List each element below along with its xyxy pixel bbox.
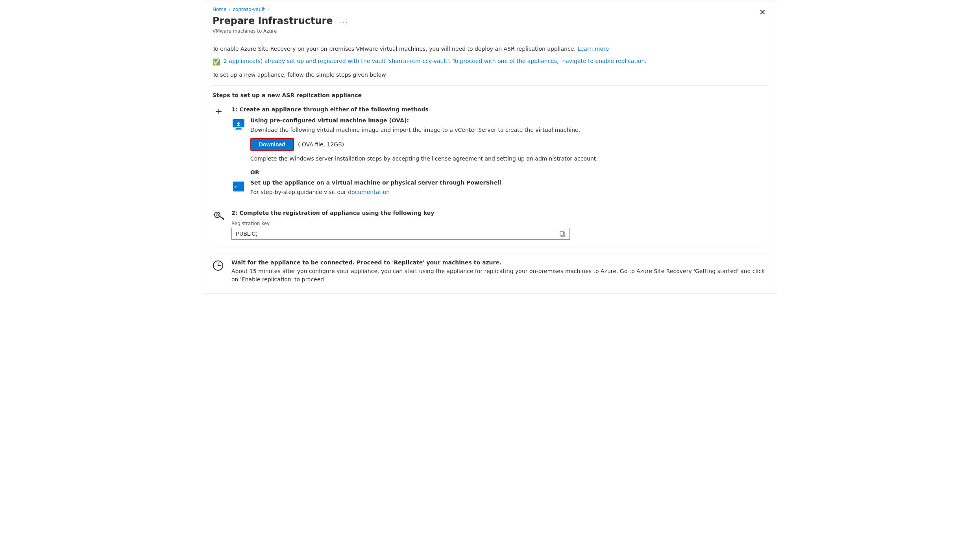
panel-subtitle: VMware machines to Azure [213, 28, 767, 34]
ova-method-desc: Download the following virtual machine i… [250, 126, 767, 134]
step2-content: 2: Complete the registration of applianc… [231, 210, 767, 240]
breadcrumb: Home › contoso-vault › [213, 7, 767, 12]
success-text: 2 appliance(s) already set up and regist… [224, 57, 647, 65]
key-icon [213, 211, 224, 222]
copy-button[interactable] [555, 228, 570, 239]
check-icon: ✅ [213, 57, 220, 67]
svg-point-7 [214, 212, 220, 218]
powershell-method-title: Set up the appliance on a virtual machin… [250, 179, 767, 186]
copy-icon [559, 231, 566, 237]
panel-body: To enable Azure Site Recovery on your on… [203, 39, 777, 293]
breadcrumb-vault[interactable]: contoso-vault [233, 7, 265, 12]
svg-line-10 [222, 218, 223, 218]
svg-rect-1 [236, 128, 241, 129]
wait-row: Wait for the appliance to be connected. … [213, 253, 767, 284]
wait-title: Wait for the appliance to be connected. … [231, 259, 767, 266]
ova-icon [231, 117, 246, 131]
or-label: OR [250, 169, 767, 175]
setup-line: To set up a new appliance, follow the si… [213, 71, 767, 79]
appliance-count-link[interactable]: 2 appliance(s) already set up and regist… [224, 58, 558, 64]
wait-content: Wait for the appliance to be connected. … [231, 259, 767, 284]
divider-2 [213, 246, 767, 246]
ova-method-title: Using pre-configured virtual machine ima… [250, 117, 767, 124]
powershell-method-desc: For step-by-step guidance visit our docu… [250, 188, 767, 196]
svg-rect-2 [235, 129, 242, 129]
svg-rect-13 [560, 231, 564, 235]
step1-row: + 1: Create an appliance through either … [213, 106, 767, 207]
powershell-icon: >_ [231, 179, 246, 194]
prepare-infrastructure-panel: Home › contoso-vault › Prepare Infrastru… [203, 0, 777, 294]
download-button[interactable]: Download [250, 138, 294, 151]
wait-icon [213, 260, 225, 272]
breadcrumb-sep2: › [267, 7, 269, 12]
success-row: ✅ 2 appliance(s) already set up and regi… [213, 57, 767, 67]
reg-input-row [231, 228, 570, 240]
clock-icon [213, 260, 224, 271]
panel-header: Home › contoso-vault › Prepare Infrastru… [203, 0, 777, 39]
intro-line1: To enable Azure Site Recovery on your on… [213, 45, 767, 53]
divider-1 [213, 85, 767, 86]
powershell-method-content: Set up the appliance on a virtual machin… [250, 179, 767, 200]
page-title: Prepare Infrastructure [213, 15, 333, 27]
svg-text:>_: >_ [234, 184, 239, 189]
step2-icon [213, 211, 225, 222]
plus-icon: + [215, 107, 222, 116]
documentation-link[interactable]: documentation [348, 189, 390, 195]
breadcrumb-home[interactable]: Home [213, 7, 226, 12]
navigate-link[interactable]: navigate to enable replication. [562, 58, 646, 64]
reg-key-input[interactable] [232, 228, 555, 239]
learn-more-link[interactable]: Learn more [577, 46, 609, 52]
download-row: Download (.OVA file, 12GB) [250, 138, 767, 151]
close-button[interactable]: ✕ [756, 7, 769, 18]
ova-method-content: Using pre-configured virtual machine ima… [250, 117, 767, 163]
step1-icon: + [213, 107, 225, 116]
ova-method-row: Using pre-configured virtual machine ima… [231, 117, 767, 163]
steps-section-heading: Steps to set up a new ASR replication ap… [213, 92, 767, 98]
svg-point-8 [216, 214, 218, 216]
complete-note: Complete the Windows server installation… [250, 155, 767, 163]
step2-heading: 2: Complete the registration of applianc… [231, 210, 767, 216]
reg-key-label: Registration key [231, 221, 767, 226]
svg-rect-4 [237, 125, 240, 126]
step2-row: 2: Complete the registration of applianc… [213, 210, 767, 240]
svg-line-11 [223, 218, 224, 219]
powershell-method-row: >_ Set up the appliance on a virtual mac… [231, 179, 767, 200]
download-note: (.OVA file, 12GB) [298, 141, 344, 148]
more-options-button[interactable]: ... [338, 16, 351, 26]
powershell-method-block: >_ Set up the appliance on a virtual mac… [231, 179, 767, 200]
breadcrumb-sep1: › [229, 7, 230, 12]
ova-method-block: Using pre-configured virtual machine ima… [231, 117, 767, 163]
panel-title-row: Prepare Infrastructure ... [213, 15, 767, 27]
step1-content: 1: Create an appliance through either of… [231, 106, 767, 207]
wait-desc: About 15 minutes after you configure you… [231, 267, 767, 284]
step1-heading: 1: Create an appliance through either of… [231, 106, 767, 113]
